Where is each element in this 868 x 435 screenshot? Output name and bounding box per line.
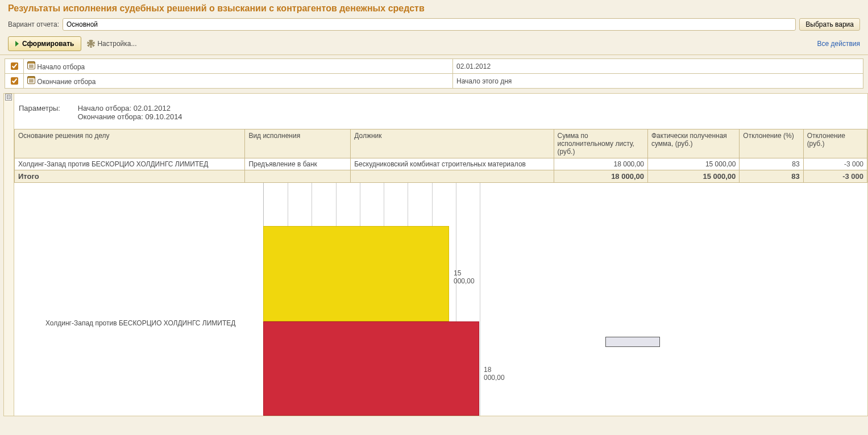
filter-checkbox[interactable]: [11, 77, 18, 85]
table-row[interactable]: Холдинг-Запад против БЕСКОРЦИО ХОЛДИНГС …: [15, 158, 867, 170]
params-block: Параметры: Начало отбора: 02.01.2012 Око…: [14, 94, 867, 129]
calendar-icon: [27, 76, 35, 84]
column-header[interactable]: Отклонение (%): [740, 129, 803, 158]
column-header[interactable]: Сумма по исполнительному листу, (руб.): [554, 129, 647, 158]
column-header[interactable]: Должник: [351, 129, 554, 158]
settings-link[interactable]: Настройка...: [87, 40, 136, 48]
bar-actual-label: 15 000,00: [454, 269, 479, 285]
chart: Холдинг-Запад против БЕСКОРЦИО ХОЛДИНГС …: [14, 183, 867, 416]
bar-sum-label: 18 000,00: [484, 366, 505, 382]
calendar-icon: [27, 61, 35, 69]
params-line2: Окончание отбора: 09.10.2014: [78, 112, 182, 121]
generate-button[interactable]: Сформировать: [8, 36, 81, 51]
all-actions-link[interactable]: Все действия: [817, 40, 860, 48]
chart-category-label: Холдинг-Запад против БЕСКОРЦИО ХОЛДИНГС …: [45, 319, 235, 327]
chart-plot: 15 000,00 18 000,00: [263, 183, 479, 416]
column-header[interactable]: Фактически полученная сумма, (руб.): [647, 129, 739, 158]
settings-icon: [87, 40, 95, 48]
filter-checkbox[interactable]: [11, 62, 18, 70]
play-icon: [15, 41, 19, 47]
variant-input[interactable]: [63, 18, 796, 31]
bar-actual: [263, 226, 449, 321]
settings-label: Настройка...: [97, 40, 136, 48]
column-header[interactable]: Вид исполнения: [245, 129, 351, 158]
filter-value[interactable]: Начало этого дня: [453, 74, 863, 89]
collapse-button[interactable]: ⊟: [5, 94, 12, 101]
data-table: Основание решения по делуВид исполненияД…: [14, 129, 867, 183]
group-strip: ⊟: [3, 93, 14, 416]
page-title: Результаты исполнения судебных решений о…: [0, 0, 868, 16]
select-variant-button[interactable]: Выбрать вариа: [799, 18, 860, 31]
filter-table: Начало отбора02.01.2012 Окончание отбора…: [5, 58, 863, 89]
params-label: Параметры:: [19, 104, 76, 112]
filter-name: Начало отбора: [37, 63, 85, 71]
column-header[interactable]: Основание решения по делу: [15, 129, 245, 158]
total-row: Итого18 000,0015 000,0083-3 000: [15, 170, 867, 183]
params-line1: Начало отбора: 02.01.2012: [78, 104, 171, 112]
column-header[interactable]: Отклонение (руб.): [803, 129, 867, 158]
variant-label: Вариант отчета:: [8, 20, 59, 28]
generate-label: Сформировать: [22, 40, 74, 48]
bar-sum: [263, 321, 479, 416]
filter-name: Окончание отбора: [37, 78, 95, 86]
legend-box: [605, 337, 660, 347]
filter-value[interactable]: 02.01.2012: [453, 59, 863, 74]
